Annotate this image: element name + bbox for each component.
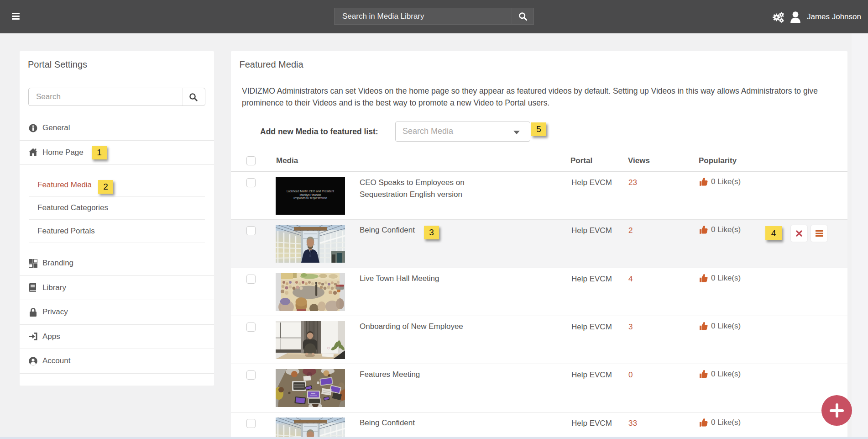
svg-text:sy: sy — [327, 346, 330, 349]
svg-text:responds to sequestration: responds to sequestration — [293, 196, 327, 200]
svg-text:Lockheed Martin CEO and Presid: Lockheed Martin CEO and President — [287, 190, 334, 193]
